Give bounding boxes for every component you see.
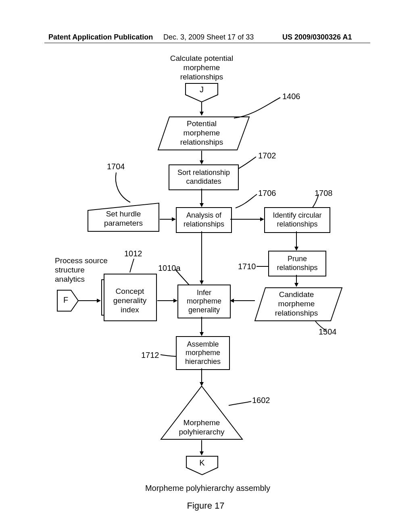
ref-1704: 1704 bbox=[107, 162, 125, 171]
proc-identify-circular: Identify circularrelationships bbox=[264, 207, 330, 233]
arrow-f-to-concept bbox=[78, 298, 102, 303]
svg-marker-13 bbox=[294, 247, 298, 251]
header-rule bbox=[44, 43, 370, 43]
arrow-hurdle-to-analysis bbox=[160, 217, 177, 222]
svg-marker-19 bbox=[173, 299, 177, 303]
svg-marker-26 bbox=[230, 299, 234, 303]
ref-1712: 1712 bbox=[141, 351, 159, 360]
data-concept-gen-label: Conceptgeneralityindex bbox=[106, 287, 154, 314]
svg-marker-16 bbox=[97, 299, 101, 303]
connector-j-label: J bbox=[184, 85, 220, 94]
proc-analysis-rel: Analysis ofrelationships bbox=[176, 207, 232, 233]
arrow-infer-to-assemble bbox=[200, 317, 204, 337]
arrow-analysis-to-infer bbox=[200, 231, 204, 285]
ref-1710: 1710 bbox=[238, 262, 256, 271]
leader-1712 bbox=[160, 353, 177, 358]
data-candidate-rel-label: Candidatemorphemerelationships bbox=[262, 290, 331, 318]
header-left: Patent Application Publication bbox=[48, 33, 153, 42]
proc-infer-generality: Infermorphemegenerality bbox=[177, 285, 231, 318]
leader-1504 bbox=[315, 320, 329, 332]
svg-marker-33 bbox=[200, 451, 204, 455]
arrow-prune-to-candidate bbox=[294, 275, 299, 288]
connector-k-label: K bbox=[185, 458, 219, 468]
arrow-j-to-potential bbox=[200, 102, 204, 116]
svg-marker-11 bbox=[260, 217, 264, 221]
leader-1708 bbox=[311, 193, 323, 209]
proc-assemble-hier: Assemblemorphemehierarchies bbox=[176, 336, 230, 370]
input-set-hurdle-label: Set hurdleparameters bbox=[91, 210, 156, 228]
extract-morph-poly-label: Morphemepolyhierarchy bbox=[173, 418, 230, 437]
proc-sort-candidates: Sort relationshipcandidates bbox=[169, 164, 239, 190]
arrow-analysis-to-identify bbox=[230, 217, 265, 222]
proc-prune-rel: Prunerelationships bbox=[268, 251, 326, 276]
svg-marker-4 bbox=[200, 160, 204, 164]
figure-label: Figure 17 bbox=[173, 501, 238, 511]
ref-1602: 1602 bbox=[252, 396, 270, 405]
proc-prune-rel-label: Prunerelationships bbox=[277, 255, 317, 272]
ref-1012: 1012 bbox=[124, 249, 142, 258]
svg-marker-6 bbox=[200, 203, 204, 207]
header-right: US 2009/0300326 A1 bbox=[282, 33, 352, 42]
svg-marker-1 bbox=[200, 112, 204, 116]
leader-1704 bbox=[112, 172, 132, 204]
data-potential-rel-label: Potentialmorphemerelationships bbox=[163, 119, 240, 147]
leader-1012 bbox=[129, 258, 141, 274]
ref-1406: 1406 bbox=[282, 92, 300, 101]
arrow-concept-to-infer bbox=[157, 298, 178, 303]
title-calculate: Calculate potentialmorphemerelationships bbox=[161, 54, 242, 81]
proc-identify-circular-label: Identify circularrelationships bbox=[273, 211, 321, 229]
svg-marker-23 bbox=[294, 283, 298, 287]
proc-infer-generality-label: Infermorphemegenerality bbox=[187, 289, 221, 315]
header-mid: Dec. 3, 2009 Sheet 17 of 33 bbox=[163, 33, 254, 42]
arrow-sort-to-analysis bbox=[200, 189, 204, 208]
diagram-subtitle: Morpheme polyhierarchy assembly bbox=[133, 484, 282, 493]
connector-f-label: F bbox=[59, 295, 73, 305]
arrow-poly-to-k bbox=[200, 440, 204, 456]
arrow-candidate-to-infer bbox=[229, 298, 256, 303]
svg-marker-28 bbox=[200, 332, 204, 336]
leader-1710 bbox=[257, 264, 270, 269]
arrow-potential-to-sort bbox=[200, 151, 204, 165]
arrow-identify-to-prune bbox=[294, 231, 299, 251]
leader-1706 bbox=[235, 193, 261, 210]
svg-marker-21 bbox=[200, 281, 204, 285]
proc-assemble-hier-label: Assemblemorphemehierarchies bbox=[185, 340, 221, 366]
proc-analysis-rel-label: Analysis ofrelationships bbox=[184, 211, 224, 229]
svg-marker-9 bbox=[172, 217, 176, 221]
proc-sort-candidates-label: Sort relationshipcandidates bbox=[177, 168, 230, 186]
